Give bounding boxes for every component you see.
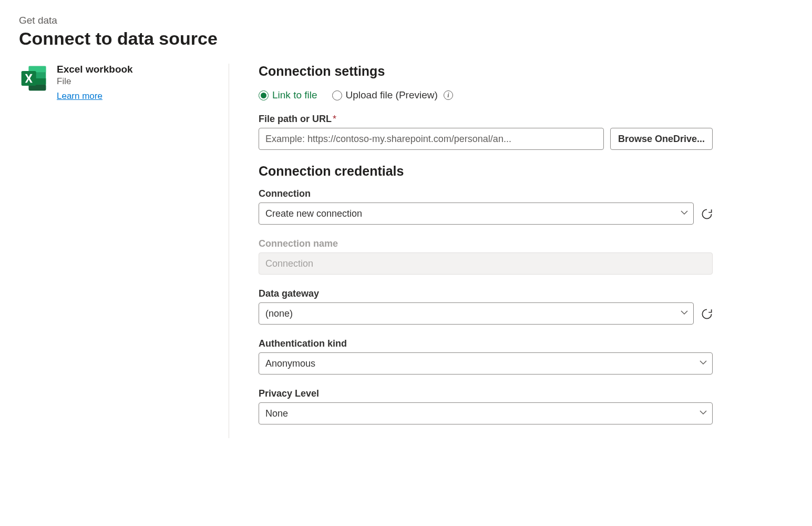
- connection-name-input: [259, 252, 713, 275]
- data-gateway-label: Data gateway: [259, 288, 713, 299]
- auth-kind-label: Authentication kind: [259, 338, 713, 349]
- learn-more-link[interactable]: Learn more: [57, 91, 102, 102]
- browse-onedrive-button[interactable]: Browse OneDrive...: [610, 128, 713, 150]
- info-icon[interactable]: i: [444, 90, 453, 100]
- page-title: Connect to data source: [19, 28, 793, 49]
- data-gateway-select[interactable]: (none): [259, 302, 694, 325]
- breadcrumb: Get data: [19, 15, 793, 26]
- radio-link-to-file[interactable]: Link to file: [259, 89, 317, 101]
- source-item-excel: Excel workbook File Learn more: [19, 64, 218, 102]
- file-path-label: File path or URL*: [259, 114, 713, 125]
- connection-label: Connection: [259, 188, 713, 199]
- privacy-level-label: Privacy Level: [259, 388, 713, 399]
- file-path-input[interactable]: [259, 128, 604, 150]
- radio-upload-file[interactable]: Upload file (Preview) i: [332, 89, 453, 101]
- source-name: Excel workbook: [57, 64, 133, 75]
- source-list: Excel workbook File Learn more: [19, 64, 229, 438]
- auth-kind-select[interactable]: Anonymous: [259, 352, 713, 375]
- refresh-gateway-icon[interactable]: [700, 307, 713, 320]
- connection-name-label: Connection name: [259, 238, 713, 249]
- radio-upload-label: Upload file (Preview): [346, 89, 438, 101]
- privacy-level-select[interactable]: None: [259, 402, 713, 424]
- radio-link-label: Link to file: [272, 89, 317, 101]
- excel-icon: [19, 64, 48, 93]
- connection-select[interactable]: Create new connection: [259, 203, 694, 225]
- refresh-connection-icon[interactable]: [700, 207, 713, 220]
- connection-settings-heading: Connection settings: [259, 64, 713, 79]
- source-type: File: [57, 76, 133, 87]
- file-mode-radio-group: Link to file Upload file (Preview) i: [259, 89, 713, 101]
- connection-credentials-heading: Connection credentials: [259, 164, 713, 179]
